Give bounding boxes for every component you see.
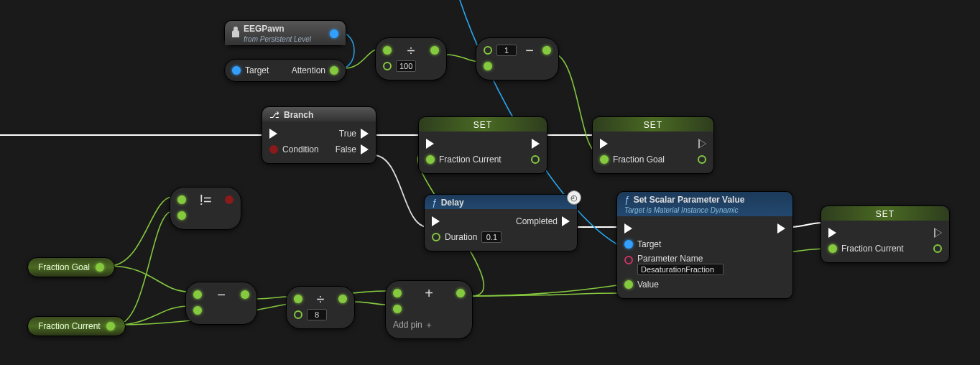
pin-branch-condition[interactable] — [269, 145, 278, 154]
pin-sub-b[interactable] — [193, 306, 202, 315]
node-not-equal[interactable]: != — [170, 187, 241, 230]
input-duration[interactable]: 0.1 — [481, 231, 501, 243]
input-div8-b[interactable]: 8 — [307, 309, 327, 320]
pin-1m-out[interactable] — [542, 46, 551, 55]
pin-attention-out[interactable] — [330, 66, 338, 75]
op-minus2-icon: − — [217, 287, 226, 303]
eegpawn-subtitle: from Persistent Level — [244, 35, 311, 43]
pin-delay-duration[interactable] — [432, 233, 440, 241]
node-one-minus[interactable]: 1 − — [476, 37, 559, 80]
node-set-fraction-goal[interactable]: SET Fraction Goal — [592, 116, 714, 174]
branch-title-text: Branch — [284, 110, 313, 120]
pin-ne-b[interactable] — [177, 211, 186, 220]
pin-branch-true[interactable] — [361, 129, 369, 139]
label-duration: Duration — [445, 232, 477, 242]
label-fraction-goal: Fraction Goal — [38, 262, 90, 272]
pin-ne-a[interactable] — [177, 195, 186, 204]
eegpawn-title-text: EEGPawn — [244, 24, 285, 34]
pin-set3-exec-in[interactable] — [828, 228, 836, 238]
node-subtract[interactable]: − — [185, 282, 257, 325]
pin-div8-out[interactable] — [338, 295, 347, 303]
scalar-title-text: Set Scalar Parameter Value — [634, 195, 745, 205]
label-set3-var: Fraction Current — [841, 244, 904, 254]
pin-scalar-exec-out[interactable] — [777, 223, 785, 234]
node-add[interactable]: + Add pin ＋ — [385, 280, 473, 339]
var-fraction-current[interactable]: Fraction Current — [27, 316, 126, 336]
label-param-name: Parameter Name — [637, 254, 724, 264]
node-divide-100[interactable]: ÷ 100 — [375, 37, 447, 80]
pin-div100-b[interactable] — [383, 62, 392, 70]
pawn-icon — [232, 30, 239, 37]
pin-add-b[interactable] — [393, 305, 402, 313]
pin-set2-exec-out[interactable] — [698, 139, 706, 149]
pin-set1-val-out[interactable] — [531, 155, 540, 164]
input-param-name[interactable]: DesaturationFraction — [637, 264, 724, 275]
pin-delay-exec-in[interactable] — [432, 216, 440, 226]
pin-scalar-exec-in[interactable] — [624, 223, 632, 234]
pin-sub-a[interactable] — [193, 290, 202, 299]
pin-div8-b[interactable] — [294, 310, 302, 319]
pin-branch-exec-in[interactable] — [269, 129, 277, 139]
pin-set2-exec-in[interactable] — [600, 139, 608, 149]
label-false: False — [336, 144, 356, 154]
set3-title-text: SET — [876, 209, 895, 219]
input-div100-b[interactable]: 100 — [396, 60, 416, 72]
node-branch[interactable]: ⎇ Branch True Condition False — [262, 106, 376, 164]
op-plus-icon: + — [425, 285, 433, 302]
op-minus-icon: − — [525, 42, 534, 59]
pin-div100-a[interactable] — [383, 46, 392, 55]
label-attention: Attention — [292, 65, 325, 75]
input-one[interactable]: 1 — [496, 45, 517, 56]
pin-eegpawn-self[interactable] — [330, 29, 338, 38]
label-true: True — [339, 129, 356, 139]
pin-sub-out[interactable] — [241, 290, 249, 299]
function-icon-2: ƒ — [624, 195, 629, 205]
pin-set3-val-in[interactable] — [828, 244, 837, 253]
node-eegpawn[interactable]: EEGPawn from Persistent Level — [224, 20, 346, 46]
eegpawn-title: EEGPawn from Persistent Level — [225, 21, 346, 45]
node-set-fraction-current-2[interactable]: SET Fraction Current — [820, 205, 950, 263]
pin-set1-exec-in[interactable] — [426, 139, 434, 149]
set1-title: SET — [419, 117, 547, 131]
pin-target-in[interactable] — [232, 66, 241, 75]
label-condition: Condition — [282, 144, 319, 154]
pin-branch-false[interactable] — [361, 144, 369, 154]
pin-set2-val-in[interactable] — [600, 155, 609, 164]
pin-add-out[interactable] — [456, 289, 465, 297]
pin-set3-exec-out[interactable] — [934, 228, 942, 238]
node-eegpawn-attention[interactable]: Target Attention — [224, 59, 346, 82]
pin-delay-completed[interactable] — [562, 216, 570, 226]
pin-div100-out[interactable] — [430, 46, 439, 55]
pin-div8-a[interactable] — [294, 295, 302, 303]
node-delay[interactable]: ƒ Delay ◴ Completed Duration0.1 — [424, 194, 578, 251]
label-completed: Completed — [516, 216, 558, 226]
branch-title: ⎇ Branch — [262, 107, 376, 121]
var-fraction-goal[interactable]: Fraction Goal — [27, 257, 115, 277]
pin-scalar-paramname[interactable] — [624, 256, 633, 264]
pin-set1-exec-out[interactable] — [532, 139, 540, 149]
label-fraction-current: Fraction Current — [38, 321, 101, 331]
pin-set1-val-in[interactable] — [426, 155, 435, 164]
pin-scalar-target[interactable] — [624, 240, 633, 249]
set3-title: SET — [821, 206, 949, 221]
branch-icon: ⎇ — [269, 110, 279, 120]
pin-scalar-value[interactable] — [624, 280, 633, 289]
node-divide-8[interactable]: ÷ 8 — [286, 286, 355, 329]
pin-1m-a[interactable] — [484, 46, 492, 55]
set2-title-text: SET — [644, 120, 662, 130]
delay-title-text: Delay — [441, 198, 464, 208]
node-set-scalar-parameter[interactable]: ƒ Set Scalar Parameter Value Target is M… — [616, 191, 793, 299]
node-set-fraction-current-1[interactable]: SET Fraction Current — [418, 116, 547, 174]
pin-ne-out[interactable] — [225, 195, 234, 204]
label-target: Target — [245, 65, 269, 75]
pin-set3-val-out[interactable] — [933, 244, 942, 253]
pin-fraction-current-out[interactable] — [106, 322, 115, 331]
set2-title: SET — [593, 117, 713, 131]
pin-set2-val-out[interactable] — [698, 155, 706, 164]
function-icon: ƒ — [432, 198, 437, 208]
add-pin-label[interactable]: Add pin ＋ — [393, 319, 433, 331]
pin-1m-b[interactable] — [484, 62, 492, 70]
pin-add-a[interactable] — [393, 289, 402, 297]
label-set2-var: Fraction Goal — [613, 154, 665, 165]
pin-fraction-goal-out[interactable] — [96, 263, 104, 272]
